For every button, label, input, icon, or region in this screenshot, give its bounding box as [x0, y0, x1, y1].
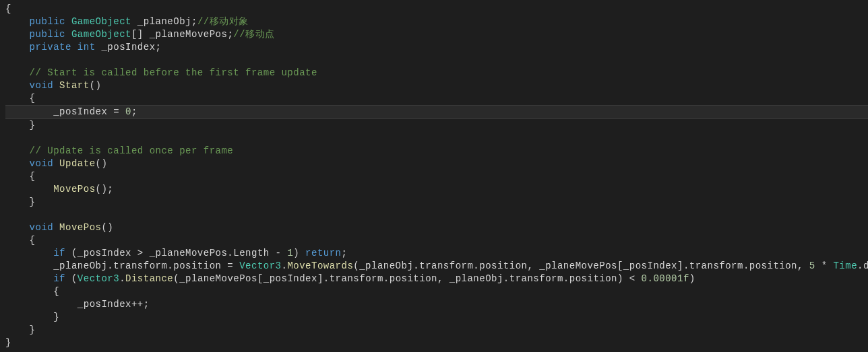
brace-open: {: [30, 235, 36, 246]
parens: (): [90, 80, 102, 91]
args: (_planeObj.transform.position, _planeMov…: [353, 260, 809, 271]
brace-close: }: [53, 312, 59, 322]
code-line[interactable]: {: [5, 3, 868, 15]
paren-close: ): [293, 248, 305, 258]
code-line[interactable]: {: [5, 170, 868, 183]
code-line[interactable]: if (Vector3.Distance(_planeMovePos[_posI…: [5, 273, 868, 285]
code-line[interactable]: _posIndex++;: [5, 298, 868, 311]
code-line[interactable]: _planeObj.transform.position = Vector3.M…: [5, 260, 868, 273]
code-line-blank[interactable]: [5, 54, 868, 67]
args: (_planeMovePos[_posIndex].transform.posi…: [173, 273, 641, 284]
keyword-public: public: [30, 29, 65, 40]
brace-close: }: [30, 324, 36, 335]
comment: //移动点: [233, 29, 274, 40]
semicolon: ;: [342, 248, 348, 258]
code-line[interactable]: {: [5, 92, 868, 105]
comment: //移动对象: [197, 16, 249, 27]
type-time: Time: [833, 260, 857, 271]
code-line[interactable]: void Start(): [5, 79, 868, 92]
dot: .: [119, 273, 125, 284]
method-start: Start: [53, 80, 89, 91]
type-gameobject: GameObject: [71, 29, 131, 40]
code-line[interactable]: public GameObject _planeObj;//移动对象: [5, 15, 868, 28]
method-distance: Distance: [125, 273, 173, 284]
code-line[interactable]: }: [5, 196, 868, 209]
paren-close: ): [689, 273, 695, 284]
field-planeobj: _planeObj;: [131, 16, 197, 27]
keyword-int: int: [78, 42, 96, 52]
condition: (_posIndex > _planeMovePos.Length -: [65, 248, 287, 258]
op-mult: *: [815, 260, 834, 271]
code-line[interactable]: // Start is called before the first fram…: [5, 67, 868, 79]
brace-close: }: [30, 120, 36, 131]
assignment: _posIndex =: [53, 106, 125, 117]
type-vector3: Vector3: [239, 260, 281, 271]
keyword-private: private: [30, 42, 71, 52]
parens: (): [96, 158, 108, 169]
number-literal: 0.00001f: [642, 273, 689, 284]
brace-close: }: [5, 337, 11, 348]
code-line[interactable]: {: [5, 285, 868, 298]
brace-close: }: [30, 197, 36, 207]
code-line-blank[interactable]: [5, 209, 868, 221]
assignment-lhs: _planeObj.transform.position =: [53, 260, 239, 271]
code-editor[interactable]: { public GameObject _planeObj;//移动对象 pub…: [0, 0, 868, 349]
number-literal: 1: [287, 248, 293, 258]
call-movepos: MovePos: [53, 184, 95, 195]
brace-open: {: [30, 171, 36, 182]
number-literal: 5: [809, 260, 815, 271]
code-line-active[interactable]: _posIndex = 0;: [5, 105, 868, 119]
code-line[interactable]: MovePos();: [5, 183, 868, 196]
deltatime: .deltaTime);: [857, 260, 868, 271]
code-line-blank[interactable]: [5, 132, 868, 145]
code-line[interactable]: }: [5, 119, 868, 132]
keyword-public: public: [30, 16, 65, 27]
number-literal: 0: [125, 106, 131, 117]
code-line[interactable]: }: [5, 337, 868, 349]
brace-open: {: [30, 93, 36, 104]
code-line[interactable]: void Update(): [5, 157, 868, 170]
keyword-void: void: [30, 222, 54, 233]
paren-open: (: [65, 273, 78, 284]
brackets: []: [131, 29, 144, 40]
field-planemovepos: _planeMovePos;: [144, 29, 234, 40]
code-line[interactable]: public GameObject[] _planeMovePos;//移动点: [5, 28, 868, 41]
code-line[interactable]: private int _posIndex;: [5, 41, 868, 54]
code-line[interactable]: if (_posIndex > _planeMovePos.Length - 1…: [5, 247, 868, 260]
method-movetowards: MoveTowards: [287, 260, 353, 271]
keyword-return: return: [305, 248, 341, 258]
parens: (): [101, 222, 113, 233]
code-line[interactable]: {: [5, 234, 868, 247]
code-line[interactable]: void MovePos(): [5, 221, 868, 234]
keyword-void: void: [30, 80, 54, 91]
code-line[interactable]: // Update is called once per frame: [5, 145, 868, 157]
keyword-if: if: [53, 248, 65, 258]
code-line[interactable]: }: [5, 324, 868, 337]
field-posindex: _posIndex;: [96, 42, 162, 52]
method-movepos: MovePos: [53, 222, 101, 233]
parens: ();: [96, 184, 114, 195]
type-vector3: Vector3: [78, 273, 119, 284]
method-update: Update: [53, 158, 95, 169]
increment: _posIndex++;: [78, 299, 150, 310]
comment-start: // Start is called before the first fram…: [30, 67, 317, 78]
keyword-void: void: [30, 158, 54, 169]
type-gameobject: GameObject: [71, 16, 131, 27]
keyword-if: if: [53, 273, 65, 284]
semicolon: ;: [131, 106, 137, 117]
code-line[interactable]: }: [5, 311, 868, 324]
brace-open: {: [53, 286, 59, 297]
comment-update: // Update is called once per frame: [30, 145, 234, 156]
